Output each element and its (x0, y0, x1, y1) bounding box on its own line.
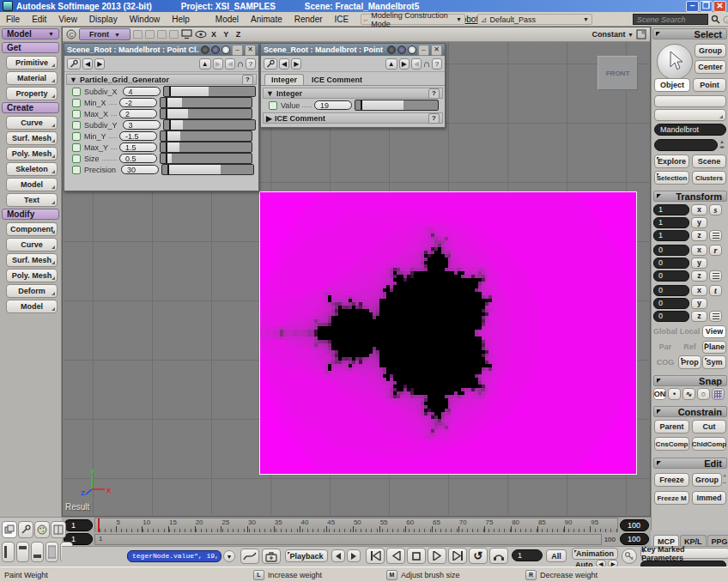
filter-row-2[interactable] (654, 109, 726, 121)
rotate-y-axis-button[interactable]: y (691, 258, 707, 269)
ppg1-forward-icon[interactable]: ▶ (213, 58, 223, 70)
loop-icon[interactable]: ↺ (469, 548, 488, 564)
constrain-parent-button[interactable]: Parent (654, 420, 689, 433)
size-value-field[interactable]: 0.5 (119, 154, 157, 163)
rotate-x-field[interactable]: 0 (653, 245, 689, 256)
menu-file[interactable]: File (0, 15, 26, 24)
stop-icon[interactable] (407, 548, 426, 564)
max-x-slider[interactable] (160, 108, 252, 119)
select-center-button[interactable]: Center (695, 60, 726, 74)
menu-animate[interactable]: Animate (245, 15, 288, 24)
palette-icon[interactable] (34, 521, 50, 538)
menu-help[interactable]: Help (166, 15, 196, 24)
button-curve-modify[interactable]: Curve (6, 238, 58, 252)
memo-cam-4[interactable] (169, 30, 179, 39)
timeline-ruler[interactable]: 5 10 15 20 25 30 35 40 45 50 55 60 65 70… (94, 518, 618, 533)
anim-checkbox[interactable] (72, 110, 81, 118)
ppg2-section-help-icon[interactable]: ? (428, 88, 440, 99)
button-poly-mesh-modify[interactable]: Poly. Mesh (6, 269, 58, 282)
timeline-playhead[interactable] (98, 518, 100, 532)
ppg2-section-header[interactable]: ▼ Integer ? (263, 88, 443, 99)
frame-back-icon[interactable] (386, 548, 405, 564)
childcomp-button[interactable]: ChldComp (692, 437, 726, 451)
translate-x-field[interactable]: 0 (653, 285, 689, 296)
ppg2-prev-icon[interactable]: ◀ (279, 58, 289, 70)
ref-mode-view-button[interactable]: View (702, 325, 726, 338)
menu-render[interactable]: Render (288, 15, 329, 24)
select-object-button[interactable]: Object (654, 78, 690, 92)
ref-mode-local-button[interactable]: Local (678, 325, 701, 338)
menu-model[interactable]: Model (209, 15, 245, 24)
ppg1-title-bar[interactable]: Scene_Root : Mandelbrot : Point Cl... – … (64, 44, 258, 56)
constrain-cut-button[interactable]: Cut (692, 420, 726, 433)
ppg1-help-icon[interactable]: ? (246, 58, 256, 70)
orientation-cube[interactable]: FRONT (598, 56, 638, 90)
layout-top-bar-icon[interactable] (16, 542, 29, 562)
selection-list-field[interactable] (654, 139, 718, 151)
scale-icon[interactable]: s (709, 204, 722, 215)
snap-region-icon[interactable]: ○ (697, 388, 710, 400)
anim-checkbox[interactable] (72, 99, 81, 107)
menu-ice[interactable]: ICE (329, 15, 355, 24)
rotate-x-axis-button[interactable]: x (691, 245, 707, 256)
anim-checkbox[interactable] (269, 101, 277, 110)
immed-button[interactable]: Immed (692, 491, 726, 505)
edit-freeze-button[interactable]: Freeze (654, 473, 689, 487)
min-y-slider[interactable] (160, 130, 252, 142)
subdiv-y-slider[interactable] (163, 119, 256, 130)
key-marked-parameters-button[interactable]: Key Marked Parameters (640, 548, 728, 559)
ppg2-forward-icon[interactable]: ▶ (399, 58, 410, 70)
ppg1-update-icon[interactable]: ▲ (199, 58, 211, 70)
snap-grid-icon[interactable] (712, 388, 725, 400)
scale-x-field[interactable]: 1 (653, 204, 689, 215)
ppg1-minimize-icon[interactable]: – (232, 45, 243, 56)
ppg2-info-icon[interactable] (408, 45, 416, 54)
select-header[interactable]: Select (652, 28, 727, 39)
filter-row-1[interactable] (654, 95, 726, 107)
rotate-z-axis-button[interactable]: z (691, 270, 707, 282)
button-text[interactable]: Text (6, 193, 58, 207)
ppg1-recycle-icon[interactable]: ∩ (237, 58, 244, 69)
viewport-layout-icon[interactable] (636, 29, 646, 39)
visibility-eye-icon[interactable] (195, 30, 207, 39)
panel-mode-dropdown[interactable]: Model▼ (2, 28, 59, 39)
button-model-create[interactable]: Model (6, 178, 58, 191)
ppg1-keyframe-icon[interactable] (201, 45, 209, 54)
translate-x-axis-button[interactable]: x (691, 285, 707, 296)
menu-view[interactable]: View (52, 15, 83, 24)
cnscomp-button[interactable]: CnsComp (654, 437, 689, 451)
menu-display[interactable]: Display (83, 15, 124, 24)
audio-mute-icon[interactable] (489, 548, 508, 564)
button-poly-mesh-create[interactable]: Poly. Mesh (6, 147, 58, 161)
ppg1-next-icon[interactable]: ▶ (94, 58, 105, 70)
scene-button[interactable]: Scene (692, 155, 726, 168)
ppg2-back-icon[interactable]: ◀ (411, 58, 422, 70)
range-end-field[interactable]: 100 (620, 533, 649, 545)
scale-y-field[interactable]: 1 (653, 217, 689, 228)
subdiv-y-value-field[interactable]: 3 (123, 120, 161, 130)
all-button[interactable]: All (546, 549, 567, 562)
layout-left-bar-icon[interactable] (2, 542, 15, 562)
ppg2-minimize-icon[interactable]: – (418, 45, 429, 56)
button-curve-create[interactable]: Curve (6, 116, 58, 130)
anim-checkbox[interactable] (72, 132, 81, 141)
plane-button[interactable]: Plane (702, 341, 726, 354)
select-group-button[interactable]: Group (695, 44, 726, 58)
max-x-value-field[interactable]: 2 (119, 109, 157, 118)
integer-value-field[interactable]: 19 (314, 100, 352, 110)
selection-button[interactable]: Selection (654, 171, 689, 185)
shading-mode-dropdown[interactable]: Constant ▼ (592, 30, 634, 39)
search-icon[interactable] (709, 14, 721, 25)
menu-edit[interactable]: Edit (26, 15, 52, 24)
animation-menu-button[interactable]: Animation (572, 548, 618, 560)
translate-icon[interactable]: t (709, 285, 722, 296)
ppg2-close-icon[interactable]: ✕ (431, 45, 442, 56)
ppg2-keyframe-icon[interactable] (387, 45, 396, 54)
ppg1-section-help-icon[interactable]: ? (242, 75, 253, 85)
min-x-slider[interactable] (160, 97, 252, 108)
snap-point-icon[interactable]: • (668, 388, 681, 400)
par-button[interactable]: Par (653, 341, 677, 354)
script-command-field[interactable]: tegerNode.value", 19, null), (127, 550, 221, 562)
selection-name-field[interactable]: Mandelbrot (654, 124, 726, 136)
ref-button[interactable]: Ref (678, 341, 701, 354)
